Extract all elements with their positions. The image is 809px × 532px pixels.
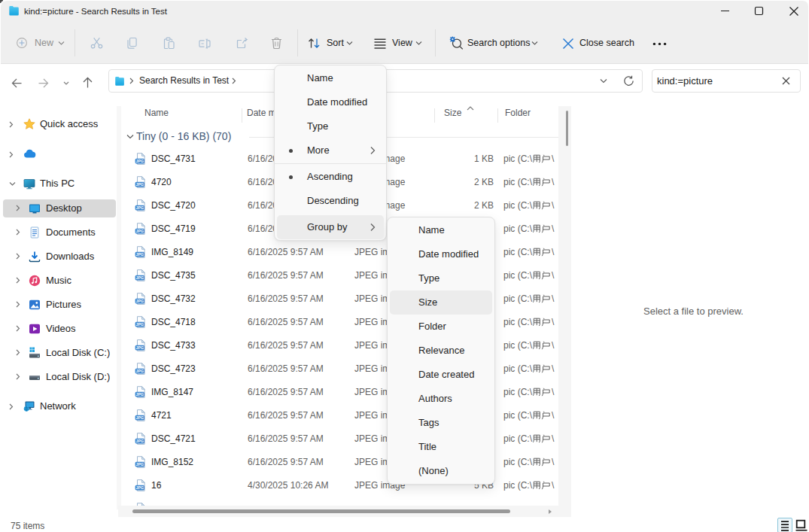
svg-text:JPG: JPG xyxy=(136,462,144,467)
svg-text:JPG: JPG xyxy=(136,229,144,233)
svg-text:JPG: JPG xyxy=(136,275,144,280)
svg-text:JPG: JPG xyxy=(136,345,144,350)
svg-text:JPG: JPG xyxy=(136,205,144,210)
svg-text:JPG: JPG xyxy=(136,322,144,327)
svg-text:JPG: JPG xyxy=(136,299,144,303)
svg-text:JPG: JPG xyxy=(136,392,144,397)
svg-text:JPG: JPG xyxy=(136,252,144,257)
svg-text:JPG: JPG xyxy=(136,159,144,163)
svg-text:JPG: JPG xyxy=(136,439,144,443)
svg-text:JPG: JPG xyxy=(136,369,144,373)
svg-text:JPG: JPG xyxy=(136,415,144,420)
svg-text:JPG: JPG xyxy=(136,182,144,187)
svg-text:JPG: JPG xyxy=(136,485,144,490)
